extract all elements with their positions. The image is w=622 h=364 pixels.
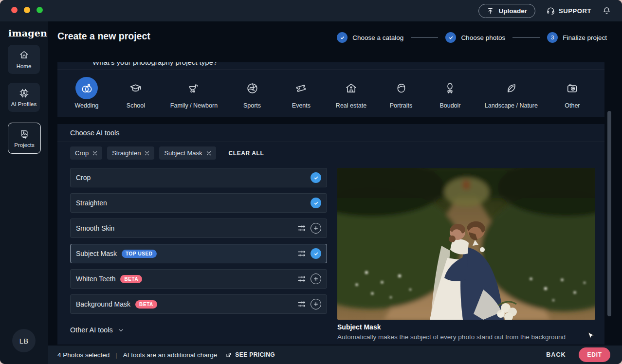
category-school[interactable]: School xyxy=(121,77,150,109)
project-type-heading-clipped: What's your photography project type? xyxy=(92,62,217,66)
other-ai-tools-label: Other AI tools xyxy=(70,326,113,334)
category-label: Boudoir xyxy=(439,102,460,109)
add-tool-icon[interactable] xyxy=(311,223,321,234)
category-landscape-nature[interactable]: Landscape / Nature xyxy=(485,77,538,109)
sidebar-item-projects[interactable]: Projects xyxy=(8,123,41,154)
uploader-label: Uploader xyxy=(498,7,527,15)
ai-tools-panel: Choose AI tools Crop Straighten Subject … xyxy=(57,124,604,345)
beta-badge: BETA xyxy=(135,300,157,309)
remove-chip-icon[interactable] xyxy=(145,151,149,156)
category-label: Wedding xyxy=(74,102,98,109)
category-family-newborn[interactable]: Family / Newborn xyxy=(170,77,218,109)
selected-tool-chips: Crop Straighten Subject Mask CLEAR ALL xyxy=(70,146,264,160)
graduation-cap-icon xyxy=(125,77,147,99)
category-sports[interactable]: Sports xyxy=(238,77,267,109)
uploader-button[interactable]: Uploader xyxy=(478,4,535,18)
beta-badge: BETA xyxy=(120,275,142,283)
step-choose-a-catalog[interactable]: Choose a catalog xyxy=(337,32,403,43)
stepper: Choose a catalog Choose photos 3 Finaliz… xyxy=(337,32,607,43)
vertical-scrollbar[interactable] xyxy=(607,111,611,316)
other-ai-tools-toggle[interactable]: Other AI tools xyxy=(70,326,124,334)
chip-straighten[interactable]: Straighten xyxy=(107,146,154,160)
page-title: Create a new project xyxy=(57,31,150,42)
upload-icon xyxy=(487,7,494,15)
ai-profile-chip-icon xyxy=(18,88,30,99)
step-choose-photos[interactable]: Choose photos xyxy=(445,32,505,43)
minimize-window-button[interactable] xyxy=(24,7,30,13)
step-check-icon xyxy=(445,32,456,43)
sidebar-item-label: AI Profiles xyxy=(11,101,37,107)
step-connector xyxy=(411,37,438,38)
step-check-icon xyxy=(337,32,348,43)
step-label: Finalize project xyxy=(563,34,607,41)
sidebar-item-ai-profiles[interactable]: AI Profiles xyxy=(8,83,40,112)
chip-label: Crop xyxy=(75,149,89,157)
tool-row-crop[interactable]: Crop xyxy=(70,168,327,187)
divider xyxy=(57,142,604,142)
add-tool-icon[interactable] xyxy=(311,299,321,309)
category-boudoir[interactable]: Boudoir xyxy=(436,77,465,109)
photos-selected-count: 4 Photos selected xyxy=(57,351,110,359)
selected-check-icon[interactable] xyxy=(311,248,321,259)
tool-name: Crop xyxy=(76,174,91,182)
tool-settings-sliders-icon[interactable] xyxy=(297,250,306,257)
selected-check-icon[interactable] xyxy=(311,198,321,208)
chip-label: Straighten xyxy=(112,149,141,157)
ticket-icon xyxy=(290,77,312,99)
mirror-icon xyxy=(439,77,461,99)
notifications-bell-icon[interactable] xyxy=(602,6,611,16)
sidebar-item-home[interactable]: Home xyxy=(8,45,40,74)
tool-settings-sliders-icon[interactable] xyxy=(297,300,306,308)
project-type-list: Wedding School Family / Newborn xyxy=(57,77,604,109)
tool-name: Whiten Teeth xyxy=(76,275,115,283)
footer-bar: 4 Photos selected | AI tools are an addi… xyxy=(48,346,622,364)
volleyball-icon xyxy=(241,77,263,99)
category-other[interactable]: Other xyxy=(558,77,587,109)
tool-settings-sliders-icon[interactable] xyxy=(297,275,306,283)
support-button[interactable]: SUPPORT xyxy=(546,6,591,16)
category-label: Events xyxy=(292,102,311,109)
camera-icon xyxy=(561,77,584,99)
category-label: Sports xyxy=(243,102,261,109)
top-used-badge: TOP USED xyxy=(122,250,157,258)
category-real-estate[interactable]: Real estate xyxy=(336,77,366,109)
clear-all-button[interactable]: CLEAR ALL xyxy=(229,150,264,157)
support-label: SUPPORT xyxy=(559,7,591,15)
remove-chip-icon[interactable] xyxy=(206,151,211,156)
wedding-rings-icon xyxy=(75,77,98,99)
app-window: Uploader SUPPORT imagen Home AI Profiles… xyxy=(0,0,622,364)
close-window-button[interactable] xyxy=(11,7,18,13)
category-portraits[interactable]: Portraits xyxy=(386,77,416,109)
chip-subject-mask[interactable]: Subject Mask xyxy=(159,146,216,160)
category-wedding[interactable]: Wedding xyxy=(72,77,101,109)
traffic-lights xyxy=(11,7,43,13)
add-tool-icon[interactable] xyxy=(311,273,321,284)
tool-settings-sliders-icon[interactable] xyxy=(297,224,306,232)
category-label: Portraits xyxy=(390,102,413,109)
headset-icon xyxy=(546,6,555,16)
tool-row-smooth-skin[interactable]: Smooth Skin xyxy=(70,218,327,238)
category-label: Family / Newborn xyxy=(170,102,218,109)
remove-chip-icon[interactable] xyxy=(92,151,97,156)
see-pricing-link[interactable]: SEE PRICING xyxy=(225,351,275,358)
user-avatar[interactable]: LB xyxy=(12,329,36,352)
tool-row-subject-mask[interactable]: Subject Mask TOP USED xyxy=(70,244,327,263)
chip-crop[interactable]: Crop xyxy=(70,146,102,160)
tool-row-whiten-teeth[interactable]: Whiten Teeth BETA xyxy=(70,269,327,289)
chevron-down-icon xyxy=(118,327,124,333)
preview-description: Automatically makes the subject of every… xyxy=(337,333,566,341)
step-finalize-project[interactable]: 3 Finalize project xyxy=(547,32,607,43)
step-connector xyxy=(512,37,540,38)
tool-name: Smooth Skin xyxy=(76,224,114,232)
home-icon xyxy=(18,50,30,61)
zoom-window-button[interactable] xyxy=(37,7,43,13)
imagen-logo: imagen xyxy=(8,28,48,38)
category-events[interactable]: Events xyxy=(287,77,316,109)
back-button[interactable]: BACK xyxy=(546,351,566,358)
edit-button[interactable]: EDIT xyxy=(579,347,610,362)
tool-row-straighten[interactable]: Straighten xyxy=(70,193,327,213)
selected-check-icon[interactable] xyxy=(311,172,321,183)
category-label: Landscape / Nature xyxy=(485,102,538,109)
tool-row-background-mask[interactable]: Background Mask BETA xyxy=(70,294,327,314)
ai-tools-title: Choose AI tools xyxy=(70,129,120,137)
